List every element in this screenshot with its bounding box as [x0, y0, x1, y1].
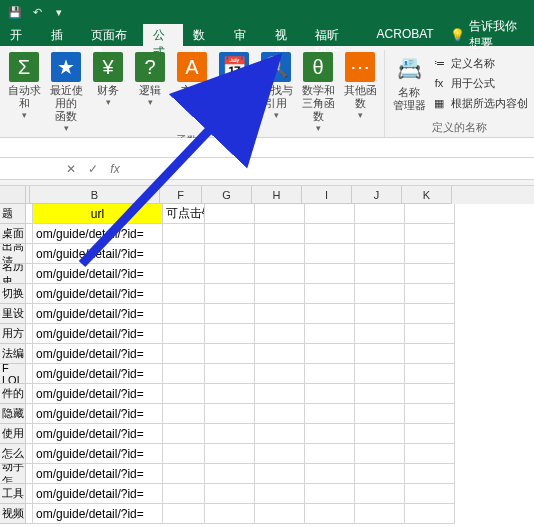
col-header-i[interactable]: I [302, 186, 352, 204]
cell[interactable] [205, 304, 255, 324]
cell-f[interactable] [163, 424, 205, 444]
cell-b[interactable]: om/guide/detail/?id= [33, 364, 163, 384]
cell-b[interactable]: om/guide/detail/?id= [33, 484, 163, 504]
fn-button-1[interactable]: ★最近使用的 函数▾ [46, 50, 86, 133]
fn-dropdown-1[interactable]: ▾ [64, 123, 69, 133]
formula-input[interactable] [126, 160, 534, 178]
row-header[interactable]: 切换 [0, 284, 26, 304]
cell-a[interactable] [26, 204, 33, 224]
cell-f[interactable]: 可点击链接 [163, 204, 205, 224]
cell[interactable] [405, 424, 455, 444]
cell[interactable] [205, 264, 255, 284]
col-header-k[interactable]: K [402, 186, 452, 204]
row-header[interactable]: 里设 [0, 304, 26, 324]
fn-button-3[interactable]: ?逻辑▾ [130, 50, 170, 133]
cell[interactable] [405, 324, 455, 344]
cell[interactable] [405, 504, 455, 524]
tab-home[interactable]: 开始 [0, 24, 41, 46]
cell[interactable] [405, 344, 455, 364]
cell[interactable] [305, 344, 355, 364]
cell-b[interactable]: om/guide/detail/?id= [33, 344, 163, 364]
fn-dropdown-8[interactable]: ▾ [358, 110, 363, 120]
cell[interactable] [305, 324, 355, 344]
row-header[interactable]: 题 [0, 204, 26, 224]
cell[interactable] [405, 304, 455, 324]
cell-a[interactable] [26, 404, 33, 424]
fn-button-7[interactable]: θ数学和 三角函数▾ [298, 50, 338, 133]
undo-icon[interactable]: ↶ [28, 3, 46, 21]
cell-f[interactable] [163, 504, 205, 524]
worksheet-grid[interactable]: B F G H I J K 题url可点击链接桌面om/guide/detail… [0, 186, 534, 524]
cell[interactable] [255, 364, 305, 384]
cell-f[interactable] [163, 244, 205, 264]
cell-f[interactable] [163, 344, 205, 364]
fn-dropdown-4[interactable]: ▾ [190, 97, 195, 107]
cell[interactable] [255, 504, 305, 524]
cell[interactable] [305, 284, 355, 304]
cell[interactable] [405, 264, 455, 284]
cell-b[interactable]: om/guide/detail/?id= [33, 224, 163, 244]
row-header[interactable]: 隐藏 [0, 404, 26, 424]
tab-data[interactable]: 数据 [183, 24, 224, 46]
fn-button-6[interactable]: 🔍查找与引用▾ [256, 50, 296, 133]
cell[interactable] [405, 464, 455, 484]
row-header[interactable]: 工具 [0, 484, 26, 504]
cell-a[interactable] [26, 444, 33, 464]
col-header-f[interactable]: F [160, 186, 202, 204]
cell[interactable] [405, 384, 455, 404]
name-manager-button[interactable]: 📇 名称 管理器 [389, 50, 429, 112]
cell-f[interactable] [163, 444, 205, 464]
cell[interactable] [305, 464, 355, 484]
tab-formulas[interactable]: 公式 [143, 24, 184, 46]
cell[interactable] [255, 284, 305, 304]
tab-pagelayout[interactable]: 页面布局 [81, 24, 142, 46]
cell-b[interactable]: url [33, 204, 163, 224]
cell-b[interactable]: om/guide/detail/?id= [33, 284, 163, 304]
cell-f[interactable] [163, 404, 205, 424]
cell-a[interactable] [26, 244, 33, 264]
cell[interactable] [355, 204, 405, 224]
cell-f[interactable] [163, 304, 205, 324]
cell[interactable] [355, 244, 405, 264]
col-header-g[interactable]: G [202, 186, 252, 204]
cell[interactable] [205, 284, 255, 304]
cell-a[interactable] [26, 384, 33, 404]
cell-b[interactable]: om/guide/detail/?id= [33, 244, 163, 264]
cell[interactable] [255, 244, 305, 264]
cell[interactable] [205, 224, 255, 244]
cell-b[interactable]: om/guide/detail/?id= [33, 324, 163, 344]
fn-dropdown-7[interactable]: ▾ [316, 123, 321, 133]
cell-a[interactable] [26, 424, 33, 444]
cell[interactable] [255, 224, 305, 244]
cell[interactable] [305, 204, 355, 224]
cell[interactable] [355, 364, 405, 384]
tab-insert[interactable]: 插入 [41, 24, 82, 46]
cell[interactable] [255, 384, 305, 404]
cell-a[interactable] [26, 304, 33, 324]
cell[interactable] [205, 464, 255, 484]
cell[interactable] [255, 424, 305, 444]
row-header[interactable]: 名历史 [0, 264, 26, 284]
cell-b[interactable]: om/guide/detail/?id= [33, 404, 163, 424]
cell[interactable] [355, 284, 405, 304]
cell[interactable] [255, 464, 305, 484]
cell[interactable] [305, 244, 355, 264]
cell-f[interactable] [163, 384, 205, 404]
cell[interactable] [205, 364, 255, 384]
save-icon[interactable]: 💾 [6, 3, 24, 21]
cell[interactable] [355, 464, 405, 484]
fx-icon[interactable]: fx [104, 159, 126, 179]
cell[interactable] [355, 404, 405, 424]
fn-button-2[interactable]: ¥财务▾ [88, 50, 128, 133]
cell[interactable] [305, 404, 355, 424]
col-header-h[interactable]: H [252, 186, 302, 204]
cell[interactable] [355, 504, 405, 524]
cell-f[interactable] [163, 284, 205, 304]
cell[interactable] [405, 484, 455, 504]
cell-b[interactable]: om/guide/detail/?id= [33, 384, 163, 404]
cell[interactable] [405, 364, 455, 384]
cell-a[interactable] [26, 364, 33, 384]
cell[interactable] [205, 484, 255, 504]
cell[interactable] [205, 444, 255, 464]
row-header[interactable]: 出高清 [0, 244, 26, 264]
